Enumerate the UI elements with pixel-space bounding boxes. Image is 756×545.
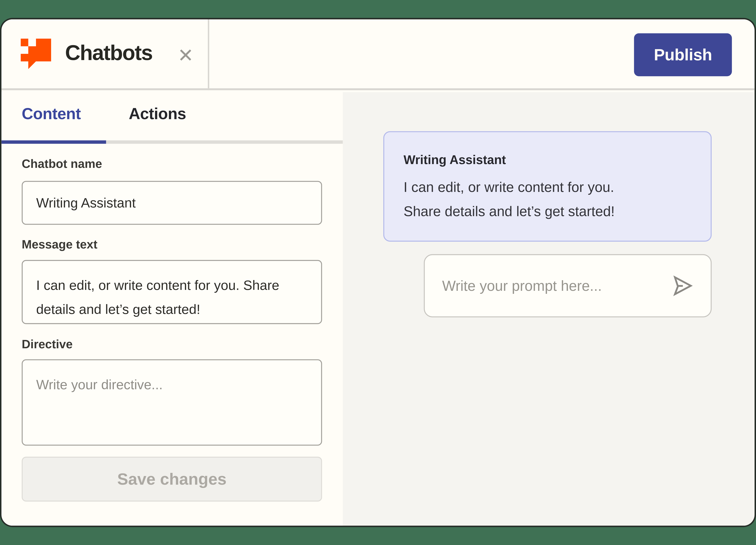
header: Chatbots Publish [2,19,755,90]
chatbots-logo-icon [21,39,51,69]
bot-welcome-card: Writing Assistant I can edit, or write c… [383,131,712,242]
chatbot-name-input[interactable] [22,181,322,225]
stage: Chatbots Publish Content Actions Chatbot… [0,18,756,527]
message-text-label: Message text [22,237,97,251]
editor-panel: Content Actions Chatbot name Message tex… [2,92,343,526]
send-paper-plane-icon [671,274,693,297]
page-title: Chatbots [65,41,152,65]
close-x-icon [177,46,194,64]
chatbots-editor-window: Chatbots Publish Content Actions Chatbot… [0,18,756,527]
bot-name: Writing Assistant [404,152,691,167]
bot-message-line: I can edit, or write content for you. [404,175,691,199]
preview-panel: Writing Assistant I can edit, or write c… [343,92,754,526]
save-changes-button[interactable]: Save changes [22,457,322,502]
close-button[interactable] [176,45,195,65]
tab-content[interactable]: Content [22,105,81,123]
directive-input[interactable] [22,359,322,446]
prompt-placeholder: Write your prompt here... [442,277,661,294]
message-text-input[interactable]: I can edit, or write content for you. Sh… [22,260,322,324]
chatbot-name-label: Chatbot name [22,157,102,171]
active-tab-indicator [2,140,106,144]
publish-button[interactable]: Publish [634,33,732,76]
send-button[interactable] [671,274,693,297]
directive-label: Directive [22,337,73,351]
bot-message-line: Share details and let’s get started! [404,199,691,223]
tab-actions[interactable]: Actions [129,105,186,123]
header-divider [208,19,209,90]
prompt-input[interactable]: Write your prompt here... [424,254,712,317]
bot-message: I can edit, or write content for you. Sh… [404,175,691,223]
